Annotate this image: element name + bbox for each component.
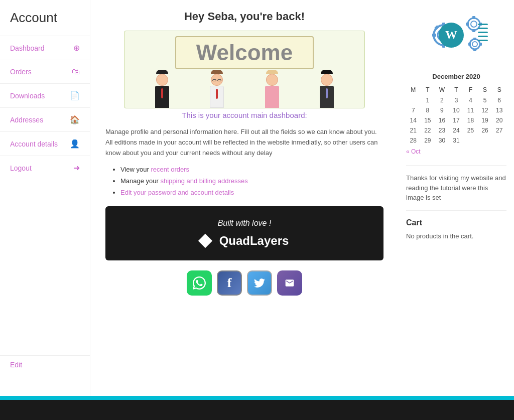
logout-icon: ➜	[73, 163, 80, 173]
list-item-addresses: Manage your shipping and billing address…	[120, 177, 383, 185]
calendar-day[interactable]: 11	[463, 105, 478, 115]
shipping-addresses-link[interactable]: shipping and billing addresses	[161, 177, 248, 185]
calendar-day[interactable]: 7	[406, 105, 421, 115]
prev-month-link[interactable]: « Oct	[406, 148, 421, 155]
divider-1	[406, 165, 506, 166]
calendar-day[interactable]: 25	[463, 125, 478, 135]
twitter-icon	[253, 277, 266, 289]
sidebar-item-downloads[interactable]: Downloads 📄	[0, 83, 90, 107]
calendar-day[interactable]: 3	[449, 95, 464, 105]
wordpress-logo-svg: W	[424, 13, 489, 58]
dashboard-subtitle: This is your account main dashboard:	[105, 111, 383, 119]
cal-header-t2: T	[449, 84, 464, 95]
calendar-day[interactable]: 26	[478, 125, 492, 135]
calendar-day[interactable]: 4	[463, 95, 478, 105]
calendar-day[interactable]: 17	[449, 115, 464, 125]
calendar-day[interactable]: 28	[406, 135, 421, 146]
calendar-day	[492, 135, 506, 146]
widget-text: Thanks for visiting my website and readi…	[406, 173, 506, 203]
people-figures	[124, 70, 364, 108]
calendar-day[interactable]: 23	[435, 125, 449, 135]
welcome-image: Welcome	[124, 31, 365, 108]
calendar-body: 1234567891011121314151617181920212223242…	[406, 95, 506, 146]
whatsapp-button[interactable]	[187, 270, 212, 296]
calendar-week-row: 21222324252627	[406, 125, 506, 135]
calendar-day[interactable]: 12	[478, 105, 492, 115]
calendar-day[interactable]: 9	[435, 105, 449, 115]
calendar-day[interactable]: 8	[421, 105, 435, 115]
calendar-day[interactable]: 21	[406, 125, 421, 135]
calendar-week-row: 28293031	[406, 135, 506, 146]
sidebar-item-addresses[interactable]: Addresses 🏠	[0, 107, 90, 131]
calendar-day	[478, 135, 492, 146]
orders-icon: 🛍	[72, 67, 80, 76]
logout-label: Logout	[10, 164, 32, 172]
person-4	[320, 70, 334, 108]
calendar-day[interactable]: 16	[435, 115, 449, 125]
wp-logo-area: W	[406, 8, 506, 63]
dashboard-label: Dashboard	[10, 44, 45, 52]
calendar-day[interactable]: 31	[449, 135, 464, 146]
sidebar-item-logout[interactable]: Logout ➜	[0, 156, 90, 180]
cal-header-f: F	[463, 84, 478, 95]
person-2	[210, 70, 224, 108]
account-details-label: Account details	[10, 140, 58, 148]
svg-rect-25	[478, 36, 488, 37]
calendar-day[interactable]: 5	[478, 95, 492, 105]
calendar-day[interactable]: 30	[435, 135, 449, 146]
banner-logo: QuadLayers	[118, 234, 371, 248]
sidebar-item-dashboard[interactable]: Dashboard ⊕	[0, 36, 90, 60]
svg-rect-20	[468, 43, 471, 46]
description: Manage profile and personal information …	[105, 127, 383, 158]
twitter-button[interactable]	[247, 270, 272, 296]
cal-header-w: W	[435, 84, 449, 95]
calendar-day[interactable]: 10	[449, 105, 464, 115]
calendar-nav: « Oct	[406, 148, 506, 155]
calendar-week-row: 14151617181920	[406, 115, 506, 125]
calendar-day[interactable]: 19	[478, 115, 492, 125]
facebook-icon: f	[227, 275, 232, 291]
cal-header-s1: S	[478, 84, 492, 95]
banner-tagline: Built with love !	[118, 219, 371, 228]
divider-2	[406, 210, 506, 211]
calendar-day[interactable]: 20	[492, 115, 506, 125]
calendar-day[interactable]: 27	[492, 125, 506, 135]
sidebar-item-orders[interactable]: Orders 🛍	[0, 60, 90, 83]
main-content: Account Dashboard ⊕ Orders 🛍 Downloads 📄…	[0, 0, 514, 396]
list-item-orders: View your recent orders	[120, 166, 383, 173]
wp-logo: W	[424, 13, 489, 58]
calendar-day[interactable]: 1	[421, 95, 435, 105]
whatsapp-icon	[193, 276, 206, 290]
cal-header-s2: S	[492, 84, 506, 95]
svg-rect-12	[472, 16, 475, 19]
calendar-day[interactable]: 13	[492, 105, 506, 115]
recent-orders-link[interactable]: recent orders	[151, 166, 189, 173]
calendar-day[interactable]: 14	[406, 115, 421, 125]
person-1	[155, 70, 169, 108]
sidebar: Account Dashboard ⊕ Orders 🛍 Downloads 📄…	[0, 0, 90, 396]
calendar-day[interactable]: 29	[421, 135, 435, 146]
calendar-day[interactable]: 18	[463, 115, 478, 125]
person-3	[265, 70, 279, 108]
calendar-day[interactable]: 6	[492, 95, 506, 105]
svg-text:W: W	[445, 28, 457, 41]
email-button[interactable]	[277, 270, 302, 296]
calendar-table: M T W T F S S 12345678910111213141516171…	[406, 84, 506, 146]
facebook-button[interactable]: f	[217, 270, 242, 296]
calendar-day[interactable]: 22	[421, 125, 435, 135]
calendar-day[interactable]: 2	[435, 95, 449, 105]
calendar-day[interactable]: 24	[449, 125, 464, 135]
calendar-day[interactable]: 15	[421, 115, 435, 125]
page-wrapper: Account Dashboard ⊕ Orders 🛍 Downloads 📄…	[0, 0, 514, 420]
sidebar-item-account-details[interactable]: Account details 👤	[0, 131, 90, 156]
edit-link[interactable]: Edit	[0, 355, 90, 374]
calendar: December 2020 M T W T F S S	[406, 73, 506, 155]
svg-rect-22	[478, 24, 488, 25]
svg-rect-18	[473, 38, 476, 40]
edit-password-link[interactable]: Edit your password and account details	[120, 189, 234, 196]
dashboard-icon: ⊕	[73, 43, 80, 53]
calendar-header-row: M T W T F S S	[406, 84, 506, 95]
downloads-label: Downloads	[10, 92, 45, 100]
calendar-week-row: 123456	[406, 95, 506, 105]
sidebar-title: Account	[0, 5, 90, 36]
